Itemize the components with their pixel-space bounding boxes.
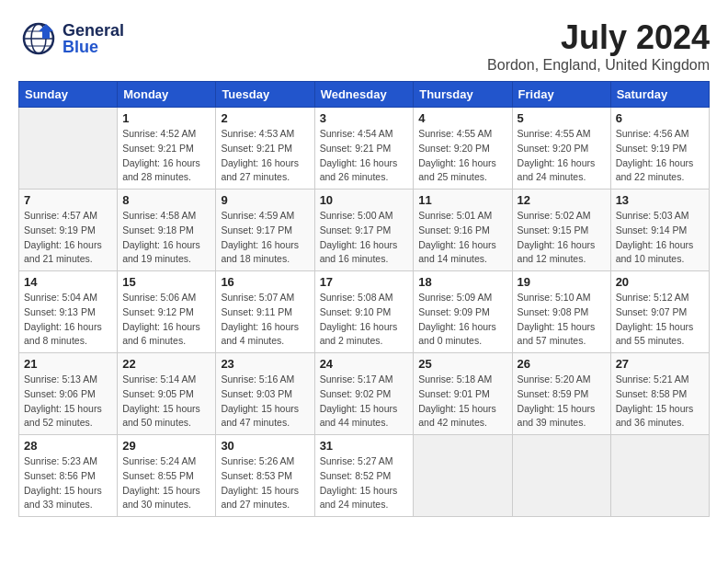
weekday-header-saturday: Saturday: [610, 82, 709, 108]
calendar-cell: 11Sunrise: 5:01 AMSunset: 9:16 PMDayligh…: [414, 190, 512, 271]
calendar-cell: 26Sunrise: 5:20 AMSunset: 8:59 PMDayligh…: [512, 353, 610, 435]
logo-general-text: General: [63, 22, 124, 39]
day-info: Sunrise: 4:58 AMSunset: 9:18 PMDaylight:…: [122, 209, 210, 267]
calendar-week-row: 21Sunrise: 5:13 AMSunset: 9:06 PMDayligh…: [19, 353, 710, 435]
weekday-header-tuesday: Tuesday: [216, 82, 314, 108]
calendar-cell: 12Sunrise: 5:02 AMSunset: 9:15 PMDayligh…: [512, 190, 610, 271]
calendar-week-row: 28Sunrise: 5:23 AMSunset: 8:56 PMDayligh…: [19, 435, 710, 517]
day-number: 23: [221, 357, 309, 371]
day-info: Sunrise: 5:13 AMSunset: 9:06 PMDaylight:…: [24, 373, 112, 431]
day-number: 3: [320, 111, 409, 125]
calendar-cell: 1Sunrise: 4:52 AMSunset: 9:21 PMDaylight…: [118, 108, 216, 190]
weekday-header-sunday: Sunday: [19, 82, 118, 108]
calendar-cell: 31Sunrise: 5:27 AMSunset: 8:52 PMDayligh…: [314, 435, 414, 517]
calendar-cell: 14Sunrise: 5:04 AMSunset: 9:13 PMDayligh…: [19, 271, 118, 353]
logo-text: General Blue: [63, 22, 124, 55]
calendar-cell: 2Sunrise: 4:53 AMSunset: 9:21 PMDaylight…: [216, 108, 314, 190]
calendar-cell: 29Sunrise: 5:24 AMSunset: 8:55 PMDayligh…: [118, 435, 216, 517]
day-info: Sunrise: 4:59 AMSunset: 9:17 PMDaylight:…: [221, 209, 309, 267]
day-info: Sunrise: 4:55 AMSunset: 9:20 PMDaylight:…: [518, 127, 606, 185]
day-number: 10: [320, 193, 409, 207]
calendar-week-row: 7Sunrise: 4:57 AMSunset: 9:19 PMDaylight…: [19, 190, 710, 271]
calendar-cell: 30Sunrise: 5:26 AMSunset: 8:53 PMDayligh…: [216, 435, 314, 517]
day-info: Sunrise: 4:52 AMSunset: 9:21 PMDaylight:…: [122, 127, 210, 185]
day-info: Sunrise: 5:21 AMSunset: 8:58 PMDaylight:…: [616, 373, 704, 431]
svg-marker-6: [39, 24, 53, 39]
calendar-cell: 18Sunrise: 5:09 AMSunset: 9:09 PMDayligh…: [414, 271, 512, 353]
calendar-cell: 8Sunrise: 4:58 AMSunset: 9:18 PMDaylight…: [118, 190, 216, 271]
calendar-cell: [414, 435, 512, 517]
day-info: Sunrise: 4:54 AMSunset: 9:21 PMDaylight:…: [320, 127, 409, 185]
day-info: Sunrise: 5:26 AMSunset: 8:53 PMDaylight:…: [221, 454, 309, 512]
calendar-cell: 19Sunrise: 5:10 AMSunset: 9:08 PMDayligh…: [512, 271, 610, 353]
calendar-week-row: 14Sunrise: 5:04 AMSunset: 9:13 PMDayligh…: [19, 271, 710, 353]
day-number: 16: [221, 275, 309, 289]
logo: General Blue: [18, 18, 124, 59]
day-number: 9: [221, 193, 309, 207]
day-number: 8: [122, 193, 210, 207]
calendar-cell: [512, 435, 610, 517]
day-number: 30: [221, 439, 309, 453]
day-info: Sunrise: 4:57 AMSunset: 9:19 PMDaylight:…: [24, 209, 112, 267]
day-info: Sunrise: 4:56 AMSunset: 9:19 PMDaylight:…: [616, 127, 704, 185]
calendar-cell: 5Sunrise: 4:55 AMSunset: 9:20 PMDaylight…: [512, 108, 610, 190]
day-info: Sunrise: 5:16 AMSunset: 9:03 PMDaylight:…: [221, 373, 309, 431]
day-info: Sunrise: 5:00 AMSunset: 9:17 PMDaylight:…: [320, 209, 409, 267]
calendar-cell: 6Sunrise: 4:56 AMSunset: 9:19 PMDaylight…: [610, 108, 709, 190]
calendar-table: SundayMondayTuesdayWednesdayThursdayFrid…: [18, 81, 710, 517]
day-number: 4: [418, 111, 506, 125]
day-number: 22: [122, 357, 210, 371]
calendar-cell: 16Sunrise: 5:07 AMSunset: 9:11 PMDayligh…: [216, 271, 314, 353]
day-number: 15: [122, 275, 210, 289]
day-number: 31: [320, 439, 409, 453]
day-info: Sunrise: 5:03 AMSunset: 9:14 PMDaylight:…: [616, 209, 704, 267]
day-number: 26: [518, 357, 606, 371]
calendar-cell: [19, 108, 118, 190]
day-number: 11: [418, 193, 506, 207]
day-info: Sunrise: 5:07 AMSunset: 9:11 PMDaylight:…: [221, 291, 309, 349]
calendar-cell: 25Sunrise: 5:18 AMSunset: 9:01 PMDayligh…: [414, 353, 512, 435]
day-number: 24: [320, 357, 409, 371]
day-number: 27: [616, 357, 704, 371]
calendar-cell: 28Sunrise: 5:23 AMSunset: 8:56 PMDayligh…: [19, 435, 118, 517]
day-info: Sunrise: 5:12 AMSunset: 9:07 PMDaylight:…: [616, 291, 704, 349]
calendar-cell: 27Sunrise: 5:21 AMSunset: 8:58 PMDayligh…: [610, 353, 709, 435]
day-info: Sunrise: 5:18 AMSunset: 9:01 PMDaylight:…: [418, 373, 506, 431]
day-info: Sunrise: 5:08 AMSunset: 9:10 PMDaylight:…: [320, 291, 409, 349]
day-number: 5: [518, 111, 606, 125]
location-text: Bordon, England, United Kingdom: [487, 57, 710, 74]
weekday-header-monday: Monday: [118, 82, 216, 108]
calendar-cell: 4Sunrise: 4:55 AMSunset: 9:20 PMDaylight…: [414, 108, 512, 190]
day-number: 13: [616, 193, 704, 207]
calendar-cell: 15Sunrise: 5:06 AMSunset: 9:12 PMDayligh…: [118, 271, 216, 353]
day-info: Sunrise: 5:04 AMSunset: 9:13 PMDaylight:…: [24, 291, 112, 349]
day-number: 17: [320, 275, 409, 289]
day-info: Sunrise: 5:14 AMSunset: 9:05 PMDaylight:…: [122, 373, 210, 431]
day-info: Sunrise: 5:02 AMSunset: 9:15 PMDaylight:…: [518, 209, 606, 267]
day-info: Sunrise: 5:09 AMSunset: 9:09 PMDaylight:…: [418, 291, 506, 349]
day-number: 28: [24, 439, 112, 453]
logo-icon: [18, 18, 59, 59]
day-info: Sunrise: 5:06 AMSunset: 9:12 PMDaylight:…: [122, 291, 210, 349]
day-number: 7: [24, 193, 112, 207]
weekday-header-wednesday: Wednesday: [314, 82, 414, 108]
calendar-cell: 17Sunrise: 5:08 AMSunset: 9:10 PMDayligh…: [314, 271, 414, 353]
day-info: Sunrise: 4:53 AMSunset: 9:21 PMDaylight:…: [221, 127, 309, 185]
day-number: 14: [24, 275, 112, 289]
calendar-cell: 24Sunrise: 5:17 AMSunset: 9:02 PMDayligh…: [314, 353, 414, 435]
logo-blue-text: Blue: [63, 39, 124, 55]
day-number: 2: [221, 111, 309, 125]
day-info: Sunrise: 5:17 AMSunset: 9:02 PMDaylight:…: [320, 373, 409, 431]
day-number: 20: [616, 275, 704, 289]
weekday-header-thursday: Thursday: [414, 82, 512, 108]
day-info: Sunrise: 4:55 AMSunset: 9:20 PMDaylight:…: [418, 127, 506, 185]
calendar-cell: 3Sunrise: 4:54 AMSunset: 9:21 PMDaylight…: [314, 108, 414, 190]
calendar-cell: 21Sunrise: 5:13 AMSunset: 9:06 PMDayligh…: [19, 353, 118, 435]
day-number: 25: [418, 357, 506, 371]
calendar-cell: 10Sunrise: 5:00 AMSunset: 9:17 PMDayligh…: [314, 190, 414, 271]
day-number: 6: [616, 111, 704, 125]
day-info: Sunrise: 5:10 AMSunset: 9:08 PMDaylight:…: [518, 291, 606, 349]
calendar-cell: 7Sunrise: 4:57 AMSunset: 9:19 PMDaylight…: [19, 190, 118, 271]
calendar-cell: 22Sunrise: 5:14 AMSunset: 9:05 PMDayligh…: [118, 353, 216, 435]
weekday-header-friday: Friday: [512, 82, 610, 108]
